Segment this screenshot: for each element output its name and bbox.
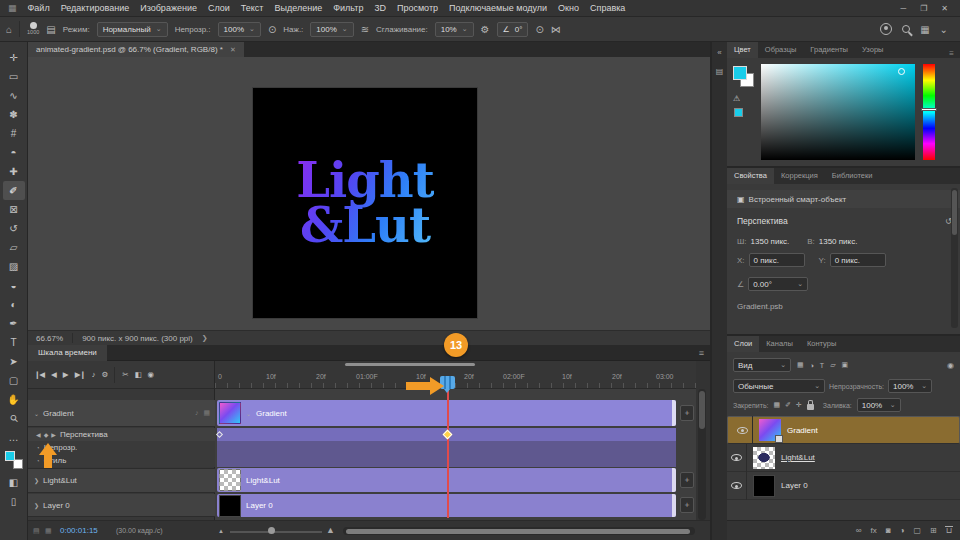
audio-toggle-icon[interactable]: ♪ [92,370,95,379]
layer-thumbnail[interactable] [753,447,775,469]
healing-brush-tool[interactable]: ✚ [3,162,25,181]
work-area-bar[interactable] [345,363,475,366]
track-row-gradient[interactable]: ⌄ Gradient ♪▦ [28,400,215,427]
chevron-right-icon[interactable]: ❯ [34,477,39,484]
pressure-opacity-icon[interactable]: ⊙ [268,24,276,35]
tab-libraries[interactable]: Библиотеки [825,168,880,184]
tab-properties[interactable]: Свойства [727,168,774,184]
tab-layers[interactable]: Слои [727,336,759,352]
menu-file[interactable]: Файл [28,3,50,13]
pressure-size-icon[interactable]: ⊙ [535,24,543,35]
blend-mode-select[interactable]: Нормальный ⌄ [97,22,168,37]
gradient-tool[interactable]: ▨ [3,257,25,276]
shape-tool[interactable]: ▢ [3,371,25,390]
new-group-icon[interactable]: ▢ [913,526,921,535]
add-media-button[interactable]: ＋ [680,405,694,421]
blur-tool[interactable]: ◒ [3,276,25,295]
search-icon[interactable] [902,25,910,33]
foreground-color-swatch[interactable] [5,451,15,461]
layer-visibility-toggle[interactable] [727,472,747,500]
quick-selection-tool[interactable]: ✽ [3,105,25,124]
layer-name[interactable]: Layer 0 [781,481,808,490]
add-media-button[interactable]: ＋ [680,472,694,488]
panel-menu-icon[interactable]: ≡ [943,46,960,58]
menu-type[interactable]: Текст [241,3,264,13]
timeline-track-area[interactable]: ⌄ Gradient Light&Lut Layer 0 [215,389,696,520]
layer-row-gradient[interactable]: Gradient [727,416,960,444]
properties-scrollbar[interactable] [951,188,958,328]
lasso-tool[interactable]: ∿ [3,86,25,105]
tab-color[interactable]: Цвет [727,42,758,58]
menu-view[interactable]: Просмотр [397,3,438,13]
layer-blend-mode-select[interactable]: Обычные ⌄ [733,379,825,393]
hue-slider-handle[interactable] [921,108,937,111]
tab-gradients[interactable]: Градиенты [803,42,855,58]
go-to-start-button[interactable]: ❙◀ [34,370,44,379]
layer-visibility-toggle[interactable] [727,444,747,472]
move-tool[interactable]: ✛ [3,48,25,67]
collapse-panels-icon[interactable]: « [717,48,721,57]
lock-transparency-icon[interactable]: ▦ [773,401,780,409]
track-options-icons[interactable]: ♪▦ [195,409,210,417]
status-chevron-icon[interactable]: ❯ [202,334,208,342]
color-field[interactable] [761,64,915,160]
filter-type-select[interactable]: Вид ⌄ [733,358,791,372]
add-layer-mask-icon[interactable]: ◙ [886,526,891,535]
y-input[interactable]: 0 пикс. [830,253,886,267]
scrollbar-thumb[interactable] [952,190,957,235]
pen-tool[interactable]: ✒ [3,314,25,333]
lock-position-icon[interactable]: ✛ [796,401,802,409]
marquee-tool[interactable]: ▭ [3,67,25,86]
brush-preset-picker[interactable]: 1000 [27,22,39,36]
home-icon[interactable]: ⌂ [6,24,12,35]
tab-swatches[interactable]: Образцы [758,42,804,58]
symmetry-icon[interactable]: ⋈ [551,24,561,35]
path-selection-tool[interactable]: ➤ [3,352,25,371]
screen-mode-button[interactable]: ▯ [3,492,25,511]
width-value[interactable]: 1350 пикс. [751,237,790,246]
account-avatar[interactable] [880,23,892,35]
brush-tool[interactable]: ✐ [3,181,25,200]
camera-icon[interactable]: ◉ [148,370,154,379]
history-brush-tool[interactable]: ↺ [3,219,25,238]
opacity-select[interactable]: 100% ⌄ [218,22,261,37]
keyframe-diamond-icon[interactable]: ◆ [44,431,49,438]
layer-opacity-select[interactable]: 100% ⌄ [888,379,932,393]
tab-adjustments[interactable]: Коррекция [774,168,825,184]
chevron-down-icon[interactable]: ⌄ [34,410,39,417]
dodge-tool[interactable]: ◐ [3,295,25,314]
filter-type-icon[interactable]: T [820,362,824,369]
type-tool[interactable]: T [3,333,25,352]
brush-angle-field[interactable]: ∠ 0° [497,22,529,37]
filter-toggle-icon[interactable]: ◉ [947,361,954,370]
clone-stamp-tool[interactable]: ⊠ [3,200,25,219]
crop-tool[interactable]: # [3,124,25,143]
menu-filter[interactable]: Фильтр [333,3,363,13]
zoom-slider-thumb[interactable] [268,527,275,534]
timeline-settings-gear-icon[interactable]: ⚙ [101,370,107,379]
current-timecode[interactable]: 0:00:01:15 [60,526,98,535]
smoothing-select[interactable]: 10% ⌄ [435,22,474,37]
filter-adjustment-icon[interactable]: ◑ [810,362,814,369]
timeline-mode-icon[interactable]: ▤ [33,527,40,535]
filter-smart-object-icon[interactable]: ▣ [842,361,849,369]
property-row-perspective[interactable]: ◀ ◆ ▶ Перспектива [28,428,215,441]
workspace-icon[interactable]: ▦ [920,24,929,35]
layer-thumbnail[interactable] [753,475,775,497]
zoom-level-field[interactable]: 66.67% [36,334,63,343]
close-button[interactable]: ✕ [941,4,948,13]
gamut-warning-icon[interactable]: ⚠ [733,94,740,103]
height-value[interactable]: 1350 пикс. [819,237,858,246]
color-swatches[interactable] [5,451,23,469]
lock-pixels-icon[interactable]: ✐ [785,401,791,409]
layer-visibility-toggle[interactable] [733,416,753,444]
timeline-ruler[interactable]: 0 10f 20f 01:00F 10f 20f 02:00F 10f 20f … [215,361,696,389]
next-frame-button[interactable]: ▶❙ [75,370,85,379]
split-at-playhead-icon[interactable]: ✂ [122,370,127,379]
brush-settings-panel-icon[interactable]: ▤ [46,24,55,35]
timeline-horizontal-scrollbar[interactable] [343,527,695,535]
previous-frame-button[interactable]: ◀ [51,370,56,379]
timeline-vertical-scrollbar[interactable] [698,389,706,520]
menu-image[interactable]: Изображение [140,3,197,13]
menu-edit[interactable]: Редактирование [61,3,130,13]
